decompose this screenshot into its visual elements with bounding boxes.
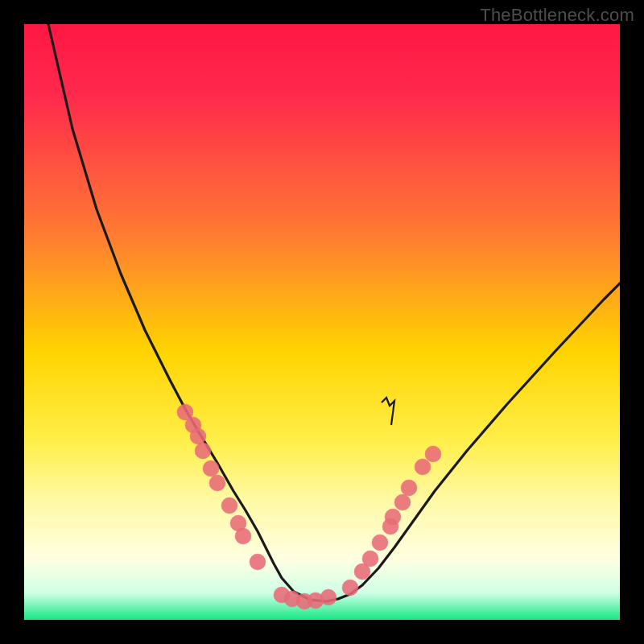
scatter-dot-left: [203, 460, 219, 477]
scatter-dot-left: [250, 554, 266, 570]
scatter-dot-left: [221, 497, 237, 514]
watermark-text: TheBottleneck.com: [480, 5, 634, 26]
scatter-dot-right: [372, 535, 388, 551]
chart-svg: [24, 24, 620, 620]
chart-frame: TheBottleneck.com: [0, 0, 644, 644]
scatter-dot-left: [195, 443, 211, 459]
scatter-dot-right: [401, 480, 417, 496]
scatter-dot-left: [190, 428, 206, 444]
scatter-dot-left: [235, 528, 251, 544]
gradient-background: [24, 24, 620, 620]
scatter-dot-right: [385, 509, 401, 525]
scatter-dot-bottom: [320, 589, 336, 605]
scatter-dot-right: [415, 459, 431, 475]
scatter-dot-left: [209, 475, 225, 491]
scatter-dot-right: [342, 580, 358, 596]
scatter-dot-right: [362, 551, 378, 567]
scatter-dot-right: [425, 446, 441, 462]
plot-area: [24, 24, 620, 620]
scatter-dot-right: [394, 494, 411, 510]
